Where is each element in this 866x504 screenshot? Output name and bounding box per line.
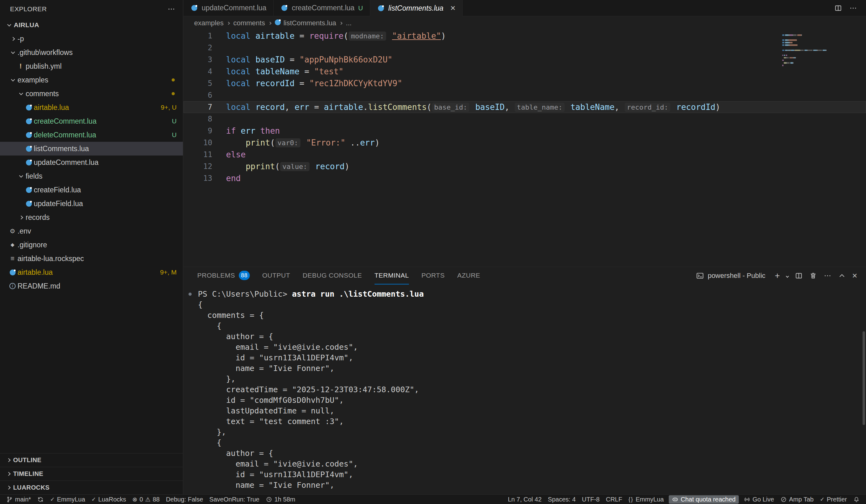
sidebar-item-updatefield-lua[interactable]: updateField.lua: [0, 197, 183, 210]
breadcrumb-item-comments[interactable]: comments: [233, 19, 265, 27]
sidebar-item-readme-md[interactable]: iREADME.md: [0, 279, 183, 293]
sidebar-item-github-workflows[interactable]: .github\workflows: [0, 46, 183, 59]
panel-tab-output[interactable]: OUTPUT: [262, 267, 290, 285]
terminal-dropdown-icon[interactable]: [786, 273, 788, 278]
tab-updatecomment-lua[interactable]: updateComment.lua: [184, 0, 274, 16]
terminal-line: lastUpdatedTime = null,: [198, 405, 866, 416]
status-encoding[interactable]: UTF-8: [579, 495, 603, 504]
status-language-mode[interactable]: {}EmmyLua: [625, 495, 667, 504]
breadcrumb-item-examples[interactable]: examples: [194, 19, 223, 27]
panel-tab-terminal[interactable]: TERMINAL: [375, 267, 409, 285]
terminal-output[interactable]: PS C:\Users\Public> astra run .\listComm…: [184, 285, 866, 494]
panel-tab-label: TERMINAL: [375, 272, 409, 279]
breadcrumb-item-listcomments-lua[interactable]: listComments.lua: [275, 19, 336, 27]
sidebar-item-p[interactable]: -p: [0, 32, 183, 46]
status-debug-flag[interactable]: Debug: False: [163, 495, 206, 504]
status-prettier[interactable]: ✓Prettier: [817, 495, 850, 504]
tab-listcomments-lua[interactable]: listComments.lua×: [370, 0, 463, 16]
code-editor[interactable]: 1local airtable = require(modname: "airt…: [184, 30, 866, 267]
sidebar-item-deletecomment-lua[interactable]: deleteComment.luaU: [0, 128, 183, 142]
tab-bar: updateComment.luacreateComment.luaUlistC…: [184, 0, 866, 16]
status-indentation[interactable]: Spaces: 4: [545, 495, 579, 504]
sidebar-item-listcomments-lua[interactable]: listComments.lua: [0, 142, 183, 156]
panel-tab-problems[interactable]: PROBLEMS88: [197, 267, 250, 285]
close-tab-icon[interactable]: ×: [450, 4, 455, 12]
code-line[interactable]: 4local tableName = "test": [184, 66, 866, 78]
section-label: LUAROCKS: [13, 484, 50, 491]
code-line[interactable]: 5local recordId = "rec1ZhDKCYyKtdYV9": [184, 78, 866, 89]
sidebar-item-label: airtable.lua: [34, 103, 69, 112]
status-copilot-quota[interactable]: Chat quota reached: [669, 495, 739, 504]
terminal-line: },: [198, 427, 866, 437]
sidebar-item-createfield-lua[interactable]: createField.lua: [0, 183, 183, 197]
section-timeline[interactable]: TIMELINE: [0, 467, 183, 481]
sidebar-item-createcomment-lua[interactable]: createComment.luaU: [0, 114, 183, 128]
status-emmylua-status[interactable]: ✓EmmyLua: [47, 495, 88, 504]
sidebar-item-publish-yml[interactable]: !publish.yml: [0, 59, 183, 73]
code-line[interactable]: 11else: [184, 149, 866, 161]
status-problems[interactable]: ⊗0⚠88: [129, 495, 163, 504]
status-save-on-run[interactable]: SaveOnRun: True: [206, 495, 263, 504]
minimap[interactable]: [782, 34, 829, 67]
status-sync[interactable]: [34, 495, 47, 504]
sidebar-item-fields[interactable]: fields: [0, 169, 183, 183]
code-line[interactable]: 10 print(var0: "Error:" ..err): [184, 137, 866, 149]
sidebar-item-label: updateField.lua: [34, 199, 83, 208]
lua-file-icon: [24, 103, 34, 112]
code-line[interactable]: 9if err then: [184, 125, 866, 137]
sidebar-item-airlua[interactable]: AIRLUA: [0, 18, 183, 32]
section-luarocks[interactable]: LUAROCKS: [0, 481, 183, 494]
sidebar-item-gitignore[interactable]: ◆.gitignore: [0, 238, 183, 252]
status-go-live[interactable]: Go Live: [741, 495, 777, 504]
code-line[interactable]: 3local baseID = "appPuNphBk66oxD2U": [184, 54, 866, 66]
status-luarocks-status[interactable]: ✓LuaRocks: [88, 495, 129, 504]
more-actions-icon[interactable]: [167, 5, 175, 13]
git-status-badge: 9+, U: [161, 104, 177, 111]
maximize-panel-icon[interactable]: [838, 272, 846, 280]
code-line[interactable]: 7local record, err = airtable.listCommen…: [184, 101, 866, 113]
sidebar-item-airtable-lua[interactable]: airtable.lua9+, U: [0, 101, 183, 114]
editor-more-icon[interactable]: [849, 4, 857, 12]
panel-more-icon[interactable]: [823, 272, 832, 280]
code-line[interactable]: 13end: [184, 172, 866, 184]
sidebar-item-updatecomment-lua[interactable]: updateComment.lua: [0, 156, 183, 169]
panel-tab-debug-console[interactable]: DEBUG CONSOLE: [303, 267, 362, 285]
sidebar-item-examples[interactable]: examples: [0, 73, 183, 87]
status-notifications[interactable]: [850, 495, 863, 504]
tab-createcomment-lua[interactable]: createComment.luaU: [274, 0, 370, 16]
code-line[interactable]: 6: [184, 89, 866, 101]
close-panel-icon[interactable]: ×: [852, 271, 857, 281]
lua-file-icon: [24, 186, 34, 194]
line-number: 9: [184, 126, 212, 135]
status-timer[interactable]: 1h 58m: [263, 495, 299, 504]
code-line[interactable]: 2: [184, 42, 866, 54]
sidebar-item-env[interactable]: ⚙.env: [0, 224, 183, 238]
minimap-line: [782, 55, 829, 56]
split-editor-icon[interactable]: [834, 4, 842, 12]
section-outline[interactable]: OUTLINE: [0, 453, 183, 467]
breadcrumb-item-[interactable]: ...: [346, 19, 352, 27]
panel-tab-ports[interactable]: PORTS: [421, 267, 445, 285]
status-amp-tab[interactable]: Amp Tab: [777, 495, 817, 504]
sidebar-item-records[interactable]: records: [0, 210, 183, 224]
code-line[interactable]: 12 pprint(value: record): [184, 161, 866, 172]
code-line[interactable]: 1local airtable = require(modname: "airt…: [184, 30, 866, 42]
new-terminal-icon[interactable]: +: [775, 271, 780, 280]
command-decoration-icon[interactable]: [189, 293, 192, 296]
sidebar-item-airtable-lua-rockspec[interactable]: ≡airtable-lua.rockspec: [0, 252, 183, 265]
code-content: end: [212, 174, 241, 183]
sidebar-item-comments[interactable]: comments: [0, 87, 183, 101]
breadcrumb: examplescommentslistComments.lua...: [184, 16, 866, 30]
sidebar-item-airtable-lua[interactable]: airtable.lua9+, M: [0, 265, 183, 279]
panel-tab-azure[interactable]: AZURE: [457, 267, 480, 285]
sidebar-item-label: deleteComment.lua: [34, 131, 96, 139]
status-git-branch[interactable]: main*: [3, 495, 34, 504]
status-cursor-position[interactable]: Ln 7, Col 42: [504, 495, 545, 504]
code-line[interactable]: 8: [184, 113, 866, 125]
sidebar-item-label: .github\workflows: [18, 48, 73, 57]
split-terminal-icon[interactable]: [795, 272, 803, 280]
status-label: Chat quota reached: [681, 496, 736, 503]
terminal-instance[interactable]: powershell - Public: [696, 272, 766, 280]
kill-terminal-icon[interactable]: [809, 272, 817, 280]
status-eol[interactable]: CRLF: [603, 495, 625, 504]
